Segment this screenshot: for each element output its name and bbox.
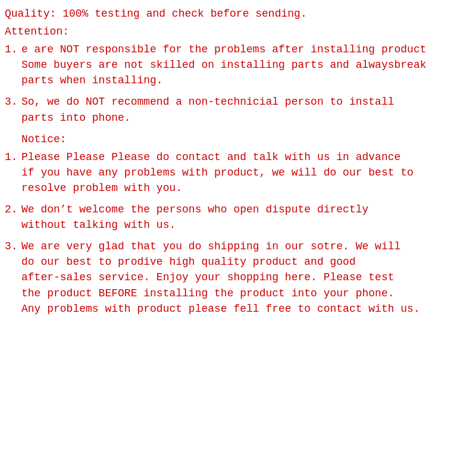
notice-label: Notice:	[21, 131, 471, 147]
main-content: Quality: 100% testing and check before s…	[5, 6, 471, 317]
list-item: 1.Please Please Please do contact and ta…	[5, 149, 471, 196]
list-item: 1.e are NOT responsible for the problems…	[5, 42, 471, 88]
quality-line: Quality: 100% testing and check before s…	[5, 6, 471, 21]
quality-text: Quality: 100% testing and check before s…	[5, 8, 307, 20]
attention-label: Attention:	[5, 24, 471, 39]
list-item: 2.We don’t welcome the persons who open …	[5, 202, 471, 233]
list-item: 3.So, we do NOT recommend a non-technici…	[5, 94, 471, 125]
list-item: 3.We are very glad that you do shipping …	[5, 239, 471, 316]
